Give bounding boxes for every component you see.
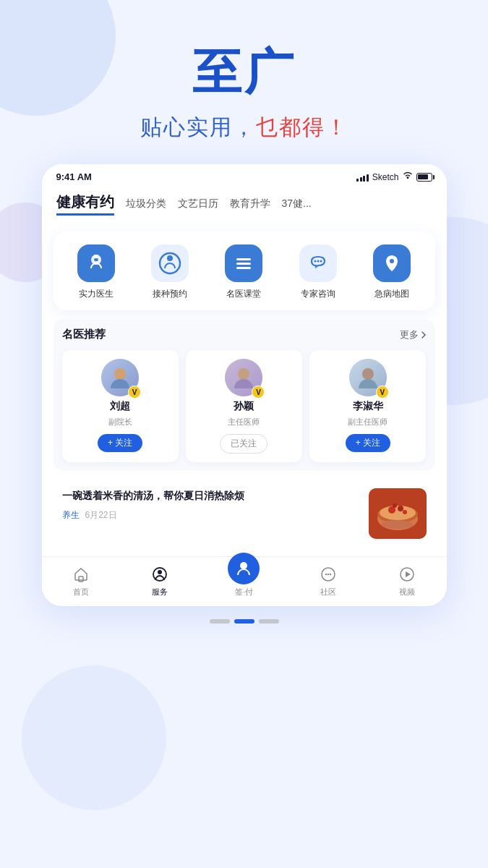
svg-point-20 [380, 506, 416, 520]
service-item-course[interactable]: 名医课堂 [215, 244, 273, 300]
article-title: 一碗透着米香的清汤，帮你夏日消热除烦 [62, 488, 360, 503]
indicator-1[interactable] [234, 619, 254, 624]
follow-btn-2[interactable]: + 关注 [346, 434, 390, 452]
svg-point-23 [403, 510, 407, 514]
svg-marker-35 [406, 571, 411, 577]
center-icon [228, 553, 260, 584]
sub-title: 贴心实用，乜都得！ [0, 113, 488, 142]
svg-rect-7 [236, 258, 251, 260]
battery-icon [416, 173, 432, 182]
avatar-badge-0: V [128, 386, 141, 399]
svg-point-10 [314, 260, 316, 263]
network-name: Sketch [372, 172, 399, 182]
service-item-vaccine[interactable]: 接种预约 [141, 244, 199, 300]
article-tag: 养生 [62, 509, 80, 522]
svg-point-14 [114, 368, 126, 380]
svg-point-11 [317, 260, 319, 263]
nav-community[interactable]: 社区 [318, 564, 338, 597]
page-indicators [0, 606, 488, 631]
status-time: 9:41 AM [56, 171, 92, 182]
bottom-nav: 首页 服务 签·付 [42, 556, 447, 606]
doctor-card-1: V 孙颖 主任医师 已关注 [186, 350, 302, 462]
service-label-map: 急病地图 [374, 288, 409, 300]
svg-rect-2 [95, 256, 98, 258]
svg-rect-9 [236, 267, 251, 269]
service-label-vaccine: 接种预约 [153, 288, 187, 300]
doctor-name-2: 李淑华 [353, 400, 383, 413]
service-item-consult[interactable]: 专家咨询 [289, 244, 347, 300]
follow-btn-0[interactable]: + 关注 [98, 434, 142, 452]
svg-point-31 [325, 574, 327, 575]
tagline-highlight: 乜都得！ [256, 115, 348, 139]
phone-mockup: 9:41 AM Sketch 健康有约 垃圾分类 文艺日历 教育升学 37健..… [42, 164, 447, 606]
doctor-avatar-2: V [349, 359, 387, 396]
nav-item-3[interactable]: 教育升学 [230, 197, 270, 210]
consult-icon [299, 244, 337, 282]
svg-point-12 [320, 260, 322, 263]
doctor-title-1: 主任医师 [228, 417, 260, 427]
svg-point-28 [158, 570, 162, 574]
nav-item-1[interactable]: 垃圾分类 [126, 197, 166, 210]
indicator-0[interactable] [210, 619, 230, 624]
svg-point-29 [240, 562, 247, 569]
nav-community-label: 社区 [320, 587, 336, 597]
bg-circle-bottom [22, 665, 166, 810]
service-item-doctor[interactable]: 实力医生 [67, 244, 125, 300]
svg-rect-8 [236, 263, 251, 265]
wifi-icon [403, 171, 413, 182]
service-icon [150, 564, 170, 584]
svg-point-13 [390, 259, 394, 263]
nav-center-label: 签·付 [235, 587, 253, 597]
follow-btn-1[interactable]: 已关注 [220, 434, 267, 454]
doctor-avatar-0: V [101, 359, 139, 396]
nav-item-2[interactable]: 文艺日历 [178, 197, 218, 210]
nav-home[interactable]: 首页 [71, 564, 91, 597]
nav-item-4[interactable]: 37健... [282, 197, 312, 210]
doctor-icon [77, 244, 115, 282]
doctor-card-0: V 刘超 副院长 + 关注 [62, 350, 179, 462]
doctors-section-title: 名医推荐 [62, 328, 106, 341]
course-icon [225, 244, 262, 282]
svg-rect-1 [94, 258, 98, 261]
doctor-name-0: 刘超 [110, 400, 130, 413]
article-section[interactable]: 一碗透着米香的清汤，帮你夏日消热除烦 养生 6月22日 [53, 480, 435, 548]
doctor-name-1: 孙颖 [234, 400, 254, 413]
article-image [369, 488, 427, 539]
svg-rect-26 [79, 576, 83, 582]
doctor-cards: V 刘超 副院长 + 关注 V 孙颖 主任医师 [62, 350, 427, 462]
community-icon [318, 564, 338, 584]
svg-point-24 [393, 503, 397, 508]
status-bar: 9:41 AM Sketch [42, 164, 447, 187]
main-title: 至广 [0, 40, 488, 106]
indicator-2[interactable] [259, 619, 279, 624]
nav-video-label: 视频 [399, 587, 415, 597]
service-label-doctor: 实力医生 [79, 288, 114, 300]
home-icon [71, 564, 91, 584]
svg-point-15 [238, 368, 249, 380]
article-meta: 养生 6月22日 [62, 509, 360, 522]
nav-video[interactable]: 视频 [397, 564, 417, 597]
avatar-badge-2: V [376, 386, 389, 399]
svg-point-6 [167, 255, 173, 261]
doctor-card-2: V 李淑华 副主任医师 + 关注 [309, 350, 426, 462]
nav-center[interactable]: 签·付 [228, 564, 260, 597]
nav-home-label: 首页 [73, 587, 89, 597]
vaccine-icon [151, 244, 189, 282]
doctor-title-0: 副院长 [108, 417, 132, 427]
app-header: 健康有约 垃圾分类 文艺日历 教育升学 37健... [42, 187, 447, 223]
status-icons: Sketch [356, 171, 432, 182]
svg-point-33 [330, 574, 331, 575]
nav-service[interactable]: 服务 [150, 564, 170, 597]
doctor-avatar-1: V [225, 359, 262, 396]
nav-service-label: 服务 [152, 587, 168, 597]
svg-point-22 [398, 506, 403, 511]
svg-point-16 [362, 368, 374, 380]
article-content: 一碗透着米香的清汤，帮你夏日消热除烦 养生 6月22日 [62, 488, 360, 522]
service-item-map[interactable]: 急病地图 [363, 244, 421, 300]
video-icon [397, 564, 417, 584]
service-panel: 实力医生 接种预约 名医课堂 [53, 231, 435, 310]
svg-point-32 [328, 574, 329, 575]
avatar-badge-1: V [252, 386, 265, 399]
more-doctors-link[interactable]: 更多 [400, 328, 427, 341]
doctors-section: 名医推荐 更多 V 刘超 副院长 + 关注 [53, 319, 435, 471]
